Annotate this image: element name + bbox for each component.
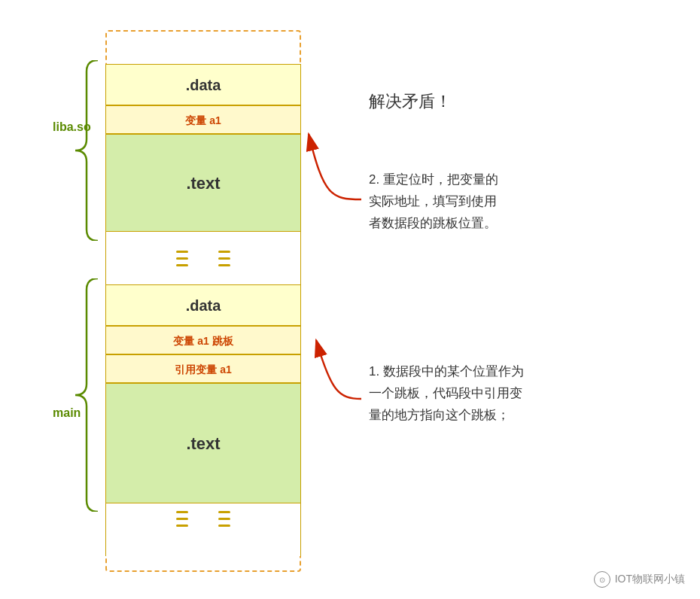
- seg-main-var: 变量 a1 跳板: [105, 326, 301, 354]
- gap-area-bottom: [105, 503, 301, 556]
- tick-marks-right: [218, 251, 230, 266]
- annotation-resolve: 解决矛盾！: [369, 90, 452, 113]
- watermark: ⊙ IOT物联网小镇: [594, 571, 685, 588]
- watermark-icon: ⊙: [594, 571, 610, 588]
- seg-liba-var: 变量 a1: [105, 105, 301, 134]
- seg-main-data: .data: [105, 284, 301, 326]
- tick-marks-bottom-right: [218, 511, 230, 527]
- annotation-step2: 2. 重定位时，把变量的 实际地址，填写到使用 者数据段的跳板位置。: [369, 169, 617, 235]
- brace-main-svg: [72, 278, 109, 512]
- seg-liba-text: .text: [105, 134, 301, 232]
- tick-marks-bottom-left: [176, 511, 188, 527]
- label-main: main: [53, 406, 81, 420]
- gap-area-middle: [105, 232, 301, 284]
- seg-main-ref: 引用变量 a1: [105, 354, 301, 383]
- seg-liba-data: .data: [105, 64, 301, 105]
- brace-liba-svg: [72, 60, 109, 241]
- diagram-container: liba.so main .data 变量 a1 .text .data 变量 …: [38, 23, 685, 579]
- label-liba: liba.so: [53, 120, 91, 134]
- watermark-text: IOT物联网小镇: [615, 573, 685, 586]
- seg-main-text: .text: [105, 383, 301, 503]
- tick-marks-left: [176, 251, 188, 266]
- annotation-step1: 1. 数据段中的某个位置作为 一个跳板，代码段中引用变 量的地方指向这个跳板；: [369, 361, 625, 427]
